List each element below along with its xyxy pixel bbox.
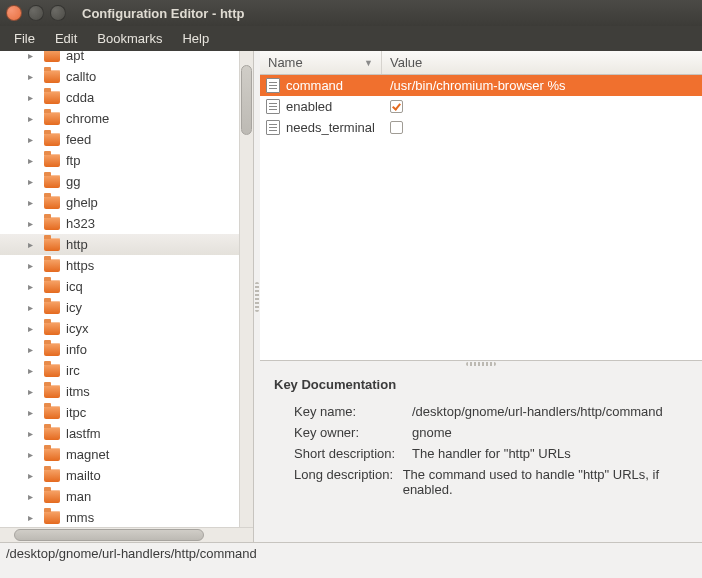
tree-node-mms[interactable]: ▸mms <box>0 507 253 527</box>
expander-icon[interactable]: ▸ <box>28 386 40 397</box>
folder-icon <box>44 112 60 125</box>
expander-icon[interactable]: ▸ <box>28 239 40 250</box>
expander-icon[interactable]: ▸ <box>28 449 40 460</box>
tree-node-label: apt <box>66 51 84 63</box>
tree-node-icy[interactable]: ▸icy <box>0 297 253 318</box>
tree-node-callto[interactable]: ▸callto <box>0 66 253 87</box>
scrollbar-thumb[interactable] <box>241 65 252 135</box>
tree-node-mailto[interactable]: ▸mailto <box>0 465 253 486</box>
tree-node-apt[interactable]: ▸apt <box>0 51 253 66</box>
tree-node-label: icq <box>66 279 83 294</box>
tree-node-itpc[interactable]: ▸itpc <box>0 402 253 423</box>
key-documentation-panel: Key Documentation Key name: /desktop/gno… <box>260 367 702 542</box>
tree-node-h323[interactable]: ▸h323 <box>0 213 253 234</box>
column-header-value[interactable]: Value <box>382 51 702 74</box>
key-grid: Name ▼ Value command/usr/bin/chromium-br… <box>260 51 702 361</box>
cell-value-checkbox[interactable] <box>390 121 403 134</box>
expander-icon[interactable]: ▸ <box>28 407 40 418</box>
column-header-name[interactable]: Name ▼ <box>260 51 382 74</box>
expander-icon[interactable]: ▸ <box>28 155 40 166</box>
folder-icon <box>44 217 60 230</box>
tree-node-label: callto <box>66 69 96 84</box>
folder-icon <box>44 406 60 419</box>
tree-node-label: ftp <box>66 153 80 168</box>
expander-icon[interactable]: ▸ <box>28 218 40 229</box>
tree-node-icq[interactable]: ▸icq <box>0 276 253 297</box>
tree-node-label: lastfm <box>66 426 101 441</box>
tree-node-chrome[interactable]: ▸chrome <box>0 108 253 129</box>
tree-node-label: icy <box>66 300 82 315</box>
tree-vertical-scrollbar[interactable] <box>239 51 253 527</box>
expander-icon[interactable]: ▸ <box>28 470 40 481</box>
doc-value-keyowner: gnome <box>412 425 452 440</box>
statusbar-path: /desktop/gnome/url-handlers/http/command <box>6 546 257 561</box>
tree-node-label: https <box>66 258 94 273</box>
tree-node-irc[interactable]: ▸irc <box>0 360 253 381</box>
expander-icon[interactable]: ▸ <box>28 197 40 208</box>
menu-edit[interactable]: Edit <box>45 28 87 49</box>
folder-icon <box>44 175 60 188</box>
tree-node-info[interactable]: ▸info <box>0 339 253 360</box>
tree-node-itms[interactable]: ▸itms <box>0 381 253 402</box>
menu-file[interactable]: File <box>4 28 45 49</box>
cell-value-checkbox[interactable] <box>390 100 403 113</box>
minimize-icon[interactable] <box>28 5 44 21</box>
tree-node-label: mms <box>66 510 94 525</box>
expander-icon[interactable]: ▸ <box>28 344 40 355</box>
folder-icon <box>44 259 60 272</box>
folder-icon <box>44 490 60 503</box>
tree-node-http[interactable]: ▸http <box>0 234 253 255</box>
expander-icon[interactable]: ▸ <box>28 92 40 103</box>
tree-node-ftp[interactable]: ▸ftp <box>0 150 253 171</box>
grid-row-enabled[interactable]: enabled <box>260 96 702 117</box>
expander-icon[interactable]: ▸ <box>28 176 40 187</box>
grid-row-command[interactable]: command/usr/bin/chromium-browser %s <box>260 75 702 96</box>
folder-icon <box>44 511 60 524</box>
tree-panel: ▸apt▸callto▸cdda▸chrome▸feed▸ftp▸gg▸ghel… <box>0 51 254 542</box>
tree-node-label: man <box>66 489 91 504</box>
expander-icon[interactable]: ▸ <box>28 113 40 124</box>
window-title: Configuration Editor - http <box>82 6 244 21</box>
column-header-name-label: Name <box>268 55 303 70</box>
expander-icon[interactable]: ▸ <box>28 491 40 502</box>
tree-node-https[interactable]: ▸https <box>0 255 253 276</box>
tree-horizontal-scrollbar[interactable] <box>0 527 253 542</box>
expander-icon[interactable]: ▸ <box>28 323 40 334</box>
expander-icon[interactable]: ▸ <box>28 512 40 523</box>
menu-bookmarks[interactable]: Bookmarks <box>87 28 172 49</box>
sort-indicator-icon: ▼ <box>364 58 373 68</box>
tree-node-label: feed <box>66 132 91 147</box>
tree-node-cdda[interactable]: ▸cdda <box>0 87 253 108</box>
menu-help[interactable]: Help <box>172 28 219 49</box>
tree-node-label: itms <box>66 384 90 399</box>
expander-icon[interactable]: ▸ <box>28 71 40 82</box>
tree-node-label: cdda <box>66 90 94 105</box>
folder-icon <box>44 154 60 167</box>
titlebar[interactable]: Configuration Editor - http <box>0 0 702 26</box>
key-icon <box>266 120 280 135</box>
tree-node-lastfm[interactable]: ▸lastfm <box>0 423 253 444</box>
expander-icon[interactable]: ▸ <box>28 134 40 145</box>
grid-row-needs_terminal[interactable]: needs_terminal <box>260 117 702 138</box>
expander-icon[interactable]: ▸ <box>28 260 40 271</box>
doc-value-longdesc: The command used to handle "http" URLs, … <box>403 467 688 497</box>
scrollbar-thumb[interactable] <box>14 529 204 541</box>
tree[interactable]: ▸apt▸callto▸cdda▸chrome▸feed▸ftp▸gg▸ghel… <box>0 51 253 527</box>
expander-icon[interactable]: ▸ <box>28 51 40 61</box>
maximize-icon[interactable] <box>50 5 66 21</box>
close-icon[interactable] <box>6 5 22 21</box>
doc-value-shortdesc: The handler for "http" URLs <box>412 446 571 461</box>
expander-icon[interactable]: ▸ <box>28 365 40 376</box>
tree-node-ghelp[interactable]: ▸ghelp <box>0 192 253 213</box>
grid-header: Name ▼ Value <box>260 51 702 75</box>
tree-node-icyx[interactable]: ▸icyx <box>0 318 253 339</box>
expander-icon[interactable]: ▸ <box>28 302 40 313</box>
tree-node-magnet[interactable]: ▸magnet <box>0 444 253 465</box>
tree-node-gg[interactable]: ▸gg <box>0 171 253 192</box>
tree-node-feed[interactable]: ▸feed <box>0 129 253 150</box>
doc-label-keyowner: Key owner: <box>294 425 412 440</box>
folder-icon <box>44 280 60 293</box>
expander-icon[interactable]: ▸ <box>28 281 40 292</box>
tree-node-man[interactable]: ▸man <box>0 486 253 507</box>
expander-icon[interactable]: ▸ <box>28 428 40 439</box>
